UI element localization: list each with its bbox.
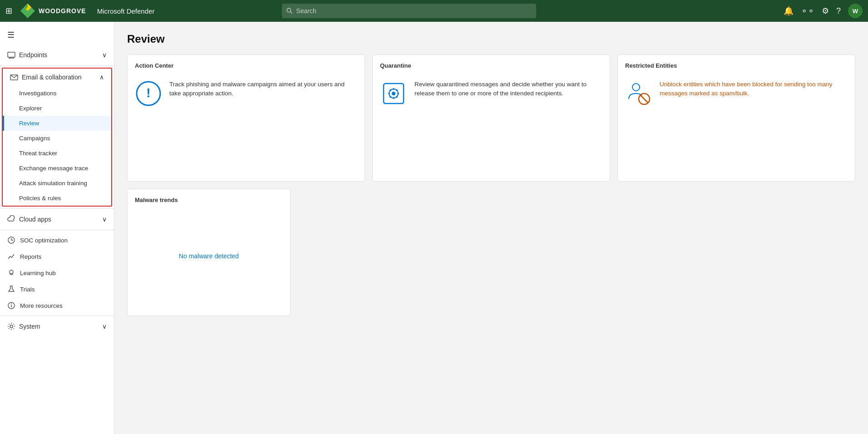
sidebar-item-soc-optimization[interactable]: SOC optimization — [0, 232, 114, 248]
woodgrove-logo-icon — [20, 3, 36, 19]
action-center-icon: ! — [135, 80, 162, 107]
connections-icon[interactable]: ⚬⚬ — [801, 6, 814, 16]
svg-point-3 — [287, 8, 291, 12]
email-collaboration-label: Email & collaboration — [22, 74, 82, 81]
sidebar-item-campaigns[interactable]: Campaigns — [3, 131, 111, 146]
sidebar-item-endpoints[interactable]: Endpoints ∨ — [0, 46, 114, 64]
email-chevron: ∧ — [99, 74, 104, 81]
svg-text:!: ! — [146, 86, 150, 100]
sidebar-email-collaboration-section: Email & collaboration ∧ Investigations E… — [2, 68, 112, 207]
cards-row-2: Malware trends No malware detected — [127, 189, 855, 316]
svg-point-11 — [10, 270, 13, 274]
soc-icon — [7, 236, 15, 244]
malware-no-data: No malware detected — [135, 211, 283, 301]
endpoints-label: Endpoints — [19, 51, 47, 59]
search-bar[interactable] — [282, 4, 536, 18]
action-center-title: Action Center — [135, 62, 357, 69]
topbar: ⊞ WOODGROVE Microsoft Defender 🔔 ⚬⚬ ⚙ ? … — [0, 0, 868, 22]
settings-icon[interactable]: ⚙ — [822, 6, 829, 16]
search-input[interactable] — [296, 7, 532, 15]
sidebar-item-exchange-message-trace[interactable]: Exchange message trace — [3, 161, 111, 176]
layout: ☰ Endpoints ∨ — [0, 0, 868, 434]
grid-icon[interactable]: ⊞ — [5, 6, 12, 16]
search-icon — [286, 8, 292, 14]
notifications-icon[interactable]: 🔔 — [784, 6, 794, 16]
sidebar-section-endpoints: Endpoints ∨ — [0, 46, 114, 64]
svg-line-4 — [291, 12, 292, 14]
sidebar-item-review[interactable]: Review — [3, 116, 111, 131]
sidebar-item-investigations[interactable]: Investigations — [3, 86, 111, 101]
cloud-apps-label: Cloud apps — [19, 216, 51, 223]
sidebar-item-trials[interactable]: Trials — [0, 281, 114, 297]
svg-point-21 — [392, 92, 395, 95]
email-icon — [10, 73, 18, 81]
sidebar-item-system[interactable]: System ∨ — [0, 318, 114, 335]
svg-point-16 — [10, 325, 13, 328]
system-icon — [7, 322, 15, 330]
avatar[interactable]: W — [848, 4, 863, 18]
cloud-apps-chevron: ∨ — [102, 216, 107, 223]
svg-line-32 — [640, 95, 648, 103]
more-resources-icon — [7, 301, 15, 310]
system-chevron: ∨ — [102, 323, 107, 330]
divider-1 — [0, 65, 114, 66]
endpoints-icon — [7, 51, 15, 59]
logo: WOODGROVE — [20, 3, 86, 19]
action-center-body: ! Track phishing and malware campaigns a… — [135, 76, 357, 107]
restricted-entities-body: Unblock entities which have been blocked… — [625, 76, 848, 107]
quarantine-title: Quarantine — [380, 62, 602, 69]
trials-icon — [7, 285, 15, 293]
sidebar-item-explorer[interactable]: Explorer — [3, 101, 111, 116]
quarantine-icon — [380, 80, 407, 107]
restricted-entities-description: Unblock entities which have been blocked… — [660, 80, 848, 99]
brand-name: WOODGROVE — [39, 7, 86, 15]
action-center-card: Action Center ! Track phishing and malwa… — [127, 54, 365, 182]
action-center-description: Track phishing and malware campaigns aim… — [169, 80, 357, 99]
sidebar: ☰ Endpoints ∨ — [0, 22, 114, 434]
malware-trends-title: Malware trends — [135, 197, 283, 203]
quarantine-card: Quarantine — [372, 54, 610, 182]
restricted-entities-card: Restricted Entities Unblock entities whi… — [617, 54, 855, 182]
sidebar-item-policies-rules[interactable]: Policies & rules — [3, 191, 111, 206]
svg-point-30 — [632, 84, 640, 91]
divider-2 — [0, 208, 114, 209]
sidebar-item-reports[interactable]: Reports — [0, 248, 114, 265]
sidebar-section-cloud-apps: Cloud apps ∨ — [0, 211, 114, 228]
sidebar-item-attack-simulation-training[interactable]: Attack simulation training — [3, 176, 111, 191]
quarantine-description: Review quarantined messages and decide w… — [414, 80, 602, 99]
sidebar-item-more-resources[interactable]: More resources — [0, 297, 114, 314]
sidebar-item-cloud-apps[interactable]: Cloud apps ∨ — [0, 211, 114, 228]
learning-icon — [7, 269, 15, 277]
malware-trends-card: Malware trends No malware detected — [127, 189, 291, 316]
system-label: System — [19, 323, 40, 330]
divider-3 — [0, 230, 114, 230]
quarantine-body: Review quarantined messages and decide w… — [380, 76, 602, 107]
hamburger-menu[interactable]: ☰ — [0, 25, 114, 44]
divider-4 — [0, 316, 114, 316]
reports-icon — [7, 252, 15, 261]
page-title: Review — [127, 33, 855, 45]
app-name: Microsoft Defender — [97, 7, 155, 15]
svg-rect-5 — [8, 52, 15, 57]
restricted-entities-icon — [625, 80, 652, 107]
restricted-entities-title: Restricted Entities — [625, 62, 848, 69]
help-icon[interactable]: ? — [836, 6, 841, 16]
svg-point-15 — [11, 303, 12, 304]
cards-row-1: Action Center ! Track phishing and malwa… — [127, 54, 855, 182]
sidebar-item-threat-tracker[interactable]: Threat tracker — [3, 146, 111, 161]
endpoints-chevron: ∨ — [102, 51, 107, 59]
main-content: Review Action Center ! Track phishing an… — [114, 22, 868, 434]
sidebar-item-email-collaboration[interactable]: Email & collaboration ∧ — [3, 69, 111, 86]
topbar-actions: 🔔 ⚬⚬ ⚙ ? W — [784, 4, 863, 18]
sidebar-item-learning-hub[interactable]: Learning hub — [0, 265, 114, 281]
cloud-icon — [7, 215, 15, 223]
